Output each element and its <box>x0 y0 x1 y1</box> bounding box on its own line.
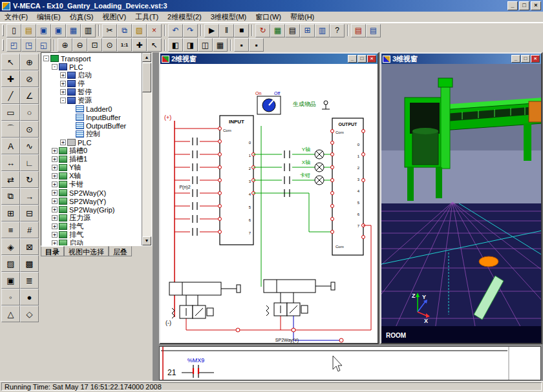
window-2d-titlebar[interactable]: 2维视窗 _ □ × <box>160 54 378 64</box>
move-tool-icon[interactable]: → <box>20 188 39 205</box>
tree-item[interactable]: + 排气 <box>42 222 141 231</box>
mirror-tool-icon[interactable]: ⇄ <box>1 171 20 188</box>
tree-tab[interactable]: 目录 <box>41 246 64 256</box>
redo-button[interactable]: ↷ <box>183 24 198 37</box>
menu-item[interactable]: 视图(V) <box>98 12 131 23</box>
menu-item[interactable]: 编辑(E) <box>32 12 65 23</box>
circuit-canvas[interactable]: On Off 生成物品 (+) (-) <box>160 64 378 343</box>
tree-expander[interactable]: + <box>52 240 58 246</box>
diamond-tool-icon[interactable]: ◇ <box>20 305 39 322</box>
zoom-actual-button[interactable]: 1:1 <box>117 38 132 52</box>
ladder-editor-panel[interactable]: 21 %MX9 <box>159 346 541 380</box>
tree-item[interactable]: + Y轴 <box>42 163 141 172</box>
view-layout-right-button[interactable]: ◨ <box>183 38 198 52</box>
tree-expander[interactable]: + <box>52 156 58 162</box>
generate-item-button[interactable]: 生成物品 <box>293 101 330 109</box>
group-tool-icon[interactable]: ⊞ <box>1 205 20 222</box>
tree-expander[interactable]: + <box>60 81 66 87</box>
manual-book-button[interactable]: ▤ <box>351 24 366 37</box>
report-button[interactable]: ▤ <box>285 24 300 37</box>
context-help-button[interactable]: ? <box>330 24 345 37</box>
tree-item[interactable]: + 启动 <box>42 239 141 246</box>
window-3d-close-button[interactable]: × <box>531 55 540 63</box>
tree-expander[interactable]: + <box>52 173 58 179</box>
logic-contacts[interactable] <box>284 150 290 197</box>
minimize-button[interactable]: _ <box>507 1 518 10</box>
marker-small-button-2[interactable]: ▪ <box>249 38 264 52</box>
grid-tool-icon[interactable]: # <box>20 222 39 238</box>
window-3d-restore-button[interactable]: □ <box>521 55 530 63</box>
tree-expander[interactable]: + <box>52 215 58 221</box>
monitor-window-button[interactable]: ⊞ <box>300 24 315 37</box>
angle-tool-icon[interactable]: ∟ <box>20 154 39 171</box>
menu-item[interactable]: 仿真(S) <box>65 12 98 23</box>
pan-button[interactable]: ✚ <box>132 38 147 52</box>
node-tool-icon[interactable]: ◦ <box>1 289 20 305</box>
tree-expander[interactable]: + <box>52 148 58 154</box>
tree-expander[interactable]: - <box>52 64 58 70</box>
valve-2[interactable] <box>266 293 308 316</box>
window-2d-restore-button[interactable]: □ <box>357 55 367 63</box>
zoom-out-button[interactable]: ⊖ <box>72 38 87 52</box>
pan-tool-icon[interactable]: ✚ <box>1 70 20 87</box>
view-layout-grid-button[interactable]: ▦ <box>213 38 228 52</box>
toolbar-grip[interactable] <box>2 25 4 36</box>
tree-expander[interactable]: - <box>43 56 49 61</box>
tree-item[interactable]: + 插槽1 <box>42 155 141 163</box>
dimension-tool-icon[interactable]: ↔ <box>1 154 20 171</box>
zoom-tool-icon[interactable]: ⊕ <box>20 54 39 70</box>
ladder-window-button[interactable]: ▦ <box>270 24 285 37</box>
tree-expander[interactable]: + <box>52 232 58 238</box>
tree-item[interactable]: Ladder0 <box>42 105 141 113</box>
color-tool-icon[interactable]: ▣ <box>1 272 20 289</box>
menu-item[interactable]: 2维模型(2) <box>163 12 206 23</box>
knob-control[interactable]: On Off <box>255 91 281 114</box>
new-3d-window-button[interactable]: ◳ <box>21 38 36 52</box>
new-ladder-window-button[interactable]: ◱ <box>36 38 51 52</box>
properties-tool-icon[interactable]: ≣ <box>20 272 39 289</box>
tree-expander[interactable]: + <box>52 223 58 229</box>
circle-tool-icon[interactable]: ○ <box>20 104 39 121</box>
select-tool-icon[interactable]: ↖ <box>1 54 20 70</box>
input-contacts[interactable] <box>193 138 197 236</box>
tree-item[interactable]: + 压力源 <box>42 214 141 222</box>
output-block[interactable]: OUTPUT Com Com 0 1 2 3 4 5 6 7 <box>331 118 365 255</box>
scene-3d-canvas[interactable]: Z Y X ROOM <box>381 64 541 343</box>
pneumatic-cylinder-2[interactable] <box>264 280 335 293</box>
tree-item[interactable]: + X轴 <box>42 172 141 180</box>
zoom-fit-button[interactable]: ⊙ <box>102 38 117 52</box>
tree-item[interactable]: + 卡钳 <box>42 180 141 189</box>
tree-expander[interactable]: + <box>52 165 58 170</box>
tree-item[interactable]: + 插槽0 <box>42 147 141 155</box>
menu-item[interactable]: 帮助(H) <box>286 12 319 23</box>
view-layout-split-button[interactable]: ◫ <box>198 38 213 52</box>
tree-expander[interactable]: + <box>60 139 66 145</box>
text-tool-icon[interactable]: A <box>1 138 20 154</box>
tree-item[interactable]: + 启动 <box>42 71 141 79</box>
new-2d-window-button[interactable]: ◰ <box>6 38 21 52</box>
line-tool-icon[interactable]: ╱ <box>1 87 20 104</box>
tree-item[interactable]: + 排气 <box>42 231 141 239</box>
tree-item[interactable]: + SP2Way(Y) <box>42 197 141 205</box>
menu-item[interactable]: 文件(F) <box>0 12 32 23</box>
tree-expander[interactable]: + <box>60 72 66 78</box>
cut-button[interactable]: ✂ <box>102 24 117 37</box>
rotate-tool-icon[interactable]: ↻ <box>20 171 39 188</box>
polyline-tool-icon[interactable]: ∠ <box>20 87 39 104</box>
ellipse-tool-icon[interactable]: ⊙ <box>20 121 39 138</box>
ungroup-tool-icon[interactable]: ⊟ <box>20 205 39 222</box>
tree-expander[interactable]: + <box>60 89 66 95</box>
window-2d-close-button[interactable]: × <box>367 55 376 63</box>
tree-tab[interactable]: 视图中选择 <box>64 246 109 256</box>
tree-item[interactable]: + PLC <box>42 138 141 147</box>
paste-button[interactable]: ▨ <box>132 24 147 37</box>
marker-small-button[interactable]: ▪ <box>234 38 249 52</box>
workpiece[interactable] <box>479 256 498 267</box>
tree-item[interactable]: - 资源 <box>42 96 141 105</box>
menu-item[interactable]: 工具(T) <box>131 12 163 23</box>
select-pointer-button[interactable]: ↖ <box>147 38 162 52</box>
tree-item[interactable]: + SP2Way(Grip) <box>42 205 141 214</box>
pause-simulation-button[interactable]: ‖ <box>219 24 234 37</box>
print-button[interactable]: ▥ <box>81 24 96 37</box>
tree-expander[interactable]: + <box>52 181 58 187</box>
